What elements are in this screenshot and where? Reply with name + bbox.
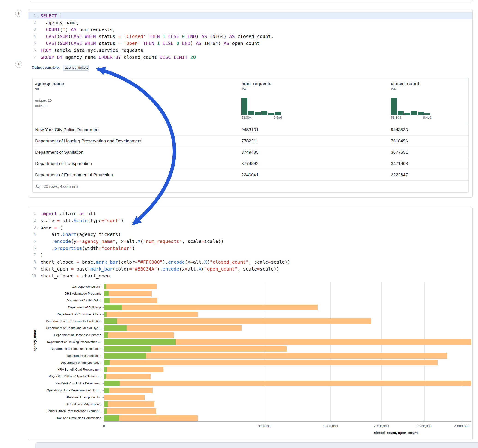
histogram-bar xyxy=(411,111,417,115)
y-axis-tick-label: Department of Sanitation xyxy=(28,354,101,358)
bar-chart: agency_nameCorrespondence UnitDHS Advant… xyxy=(28,282,472,438)
y-axis-tick-label: New York City Police Department xyxy=(28,381,101,386)
y-axis-tick xyxy=(103,321,104,322)
table-header: agency_namestrunique: 20nulls: 0num_requ… xyxy=(32,78,468,124)
bar-closed xyxy=(104,332,174,338)
fold-chevron-icon[interactable]: ⌄ xyxy=(36,225,39,230)
column-stats: unique: 20nulls: 0 xyxy=(35,98,239,109)
column-header[interactable]: closed_counti6453,3049.4e6 xyxy=(388,78,468,124)
line-number: 9 xyxy=(28,267,36,271)
column-header[interactable]: num_requestsi6453,3049.5e6 xyxy=(239,78,388,124)
fold-spacer xyxy=(36,255,39,255)
code-line[interactable]: 10chart_closed + chart_open xyxy=(28,272,472,279)
gridline xyxy=(264,282,264,422)
output-variable-chip[interactable]: agency_tickets xyxy=(63,64,88,70)
bar-closed xyxy=(104,298,157,303)
y-axis-tick xyxy=(103,397,104,398)
histogram-bar xyxy=(424,113,430,115)
code-line[interactable]: 6FROM sample_data.nyc.service_requests xyxy=(28,47,472,54)
code-text: CAST(SUM(CASE WHEN status = 'Closed' THE… xyxy=(40,34,274,39)
code-line[interactable]: 9chart_open = base.mark_bar(color="#8BC3… xyxy=(28,266,472,272)
search-icon[interactable] xyxy=(36,184,41,189)
gridline xyxy=(424,282,425,422)
code-line[interactable]: 2scale = alt.Scale(type="sqrt") xyxy=(28,217,472,224)
code-line[interactable]: 3 COUNT(*) AS num_requests, xyxy=(28,26,472,33)
table-cell: New York City Police Department xyxy=(32,127,239,132)
y-axis-tick xyxy=(103,390,104,391)
x-axis-tick xyxy=(264,422,264,423)
code-line[interactable]: 1import altair as alt xyxy=(28,210,472,217)
bar-closed xyxy=(104,311,198,317)
table-row[interactable]: Department of Housing Preservation and D… xyxy=(32,135,468,147)
code-line[interactable]: 4 CAST(SUM(CASE WHEN status = 'Closed' T… xyxy=(28,33,472,40)
bar-closed xyxy=(104,291,152,296)
histogram-bars xyxy=(391,98,431,115)
histogram-bar xyxy=(241,98,247,115)
x-axis-title: closed_count, open_count xyxy=(347,431,444,435)
bar-closed xyxy=(104,353,447,359)
notebook-page: + + 1⌄SELECT 2 agency_name,3 COUNT(*) AS… xyxy=(0,0,478,448)
code-line[interactable]: 5 CAST(SUM(CASE WHEN status = 'Open' THE… xyxy=(28,40,472,47)
histogram-labels: 53,3049.5e6 xyxy=(241,116,282,119)
code-line[interactable]: 8chart_closed = base.mark_bar(color="#FF… xyxy=(28,259,472,266)
fold-spacer xyxy=(36,22,39,23)
x-axis-tick-label: 1,600,000 xyxy=(314,424,346,428)
y-axis-tick xyxy=(103,307,104,308)
table-row[interactable]: Department of Transportation377489234719… xyxy=(32,158,468,169)
y-axis-tick-label: Senior Citizen Rent Increase Exempti… xyxy=(28,409,101,413)
column-header[interactable]: agency_namestrunique: 20nulls: 0 xyxy=(32,78,239,124)
code-line[interactable]: 6 .properties(width="container") xyxy=(28,245,472,252)
bar-open xyxy=(104,318,117,324)
text-cursor xyxy=(60,13,60,19)
code-line[interactable]: 1⌄SELECT xyxy=(28,12,472,19)
column-histogram: 53,3049.5e6 xyxy=(241,98,282,119)
x-axis-tick-label: 800,000 xyxy=(248,424,280,428)
code-line[interactable]: 4 alt.Chart(agency_tickets) xyxy=(28,231,472,238)
y-axis-tick xyxy=(103,342,104,342)
output-variable-label: Output variable: xyxy=(31,65,60,70)
code-text: GROUP BY agency_name ORDER BY closed_cou… xyxy=(40,54,196,60)
code-text: CAST(SUM(CASE WHEN status = 'Open' THEN … xyxy=(40,41,260,46)
python-cell: 1import altair as alt2scale = alt.Scale(… xyxy=(28,207,473,440)
python-code-editor[interactable]: 1import altair as alt2scale = alt.Scale(… xyxy=(28,210,472,279)
fold-chevron-icon[interactable]: ⌄ xyxy=(36,14,39,18)
histogram-bar xyxy=(404,113,410,115)
fold-spacer xyxy=(36,36,39,37)
add-cell-button[interactable]: + xyxy=(15,61,22,68)
gridline xyxy=(462,282,462,422)
column-type: i64 xyxy=(391,87,468,91)
fold-spacer xyxy=(36,29,39,30)
column-histogram: 53,3049.4e6 xyxy=(391,98,431,119)
y-axis-tick xyxy=(103,328,104,328)
fold-spacer xyxy=(36,57,39,58)
y-axis-tick-label: Department of Health and Mental Hyg… xyxy=(28,326,101,330)
table-row[interactable]: New York City Police Department945313194… xyxy=(32,124,468,135)
code-line[interactable]: 3⌄base = ( xyxy=(28,224,472,231)
y-axis-tick-label: Department of Environmental Protection xyxy=(28,319,101,323)
add-cell-button[interactable]: + xyxy=(15,10,22,17)
sql-code-editor[interactable]: 1⌄SELECT 2 agency_name,3 COUNT(*) AS num… xyxy=(28,12,472,61)
code-text: ) xyxy=(40,252,43,258)
histogram-labels: 53,3049.4e6 xyxy=(391,116,431,119)
code-line[interactable]: 5 .encode(y="agency_name", x=alt.X("num_… xyxy=(28,238,472,245)
bar-closed xyxy=(104,395,145,400)
y-axis-tick-label: Department of Transportation xyxy=(28,361,101,365)
code-text: SELECT xyxy=(40,13,60,19)
histogram-bar xyxy=(268,113,274,115)
code-line[interactable]: 2 agency_name, xyxy=(28,19,472,26)
table-cell: Department of Housing Preservation and D… xyxy=(32,138,239,143)
previous-cell-edge xyxy=(30,0,473,2)
table-row[interactable]: Department of Sanitation37494853677651 xyxy=(32,147,468,158)
histogram-bar xyxy=(262,111,267,115)
x-axis-tick-label: 2,400,000 xyxy=(365,424,397,428)
table-row[interactable]: Department of Environmental Protection22… xyxy=(32,169,468,180)
code-line[interactable]: 7) xyxy=(28,252,472,259)
y-axis-tick-label: Taxi and Limousine Commission xyxy=(28,416,101,420)
fold-spacer xyxy=(36,213,39,214)
fold-spacer xyxy=(36,268,39,269)
line-number: 8 xyxy=(28,260,36,264)
table-cell: 3749485 xyxy=(239,150,388,155)
fold-spacer xyxy=(36,241,39,242)
bar-open xyxy=(104,353,146,359)
code-line[interactable]: 7GROUP BY agency_name ORDER BY closed_co… xyxy=(28,54,472,61)
